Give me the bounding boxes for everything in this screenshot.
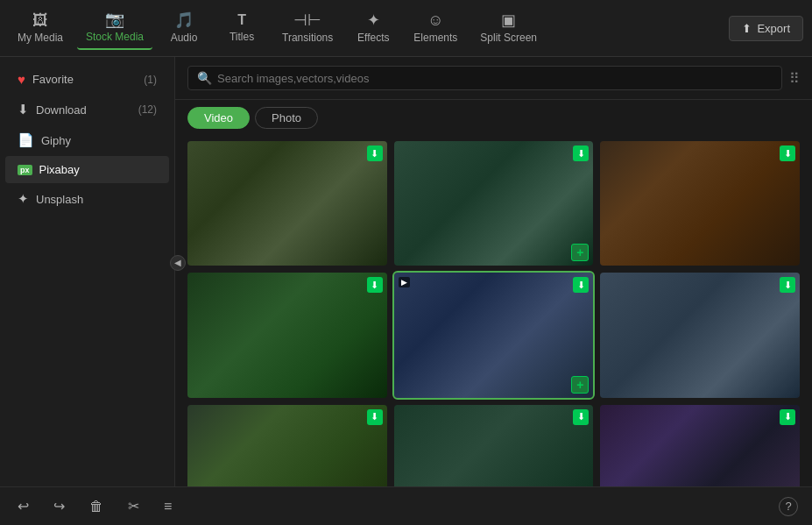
- thumb-overlay-3: ⬇: [600, 141, 800, 266]
- search-bar: 🔍 ⠿: [175, 57, 812, 100]
- thumb-top-1: ⬇: [192, 145, 383, 161]
- sidebar: ♥ Favorite (1) ⬇ Download (12) 📄 Giphy p…: [0, 57, 175, 486]
- sidebar-download-count: (12): [138, 103, 157, 116]
- nav-transitions-label: Transitions: [282, 32, 333, 44]
- sidebar-item-favorite[interactable]: ♥ Favorite (1): [5, 65, 169, 94]
- sidebar-favorite-count: (1): [144, 74, 157, 86]
- audio-icon: 🎵: [174, 12, 194, 28]
- export-icon: ⬆: [742, 22, 752, 35]
- sidebar-favorite-label: Favorite: [32, 73, 137, 86]
- redo-button[interactable]: ↪: [50, 494, 68, 518]
- thumb-overlay-4: ⬇: [187, 273, 387, 397]
- add-btn-2[interactable]: +: [571, 244, 589, 261]
- sidebar-collapse-button[interactable]: ◀: [170, 255, 186, 271]
- titles-icon: T: [237, 13, 246, 27]
- nav-stock-media-label: Stock Media: [86, 31, 144, 43]
- stock-media-icon: 📷: [105, 11, 124, 27]
- thumb-top-5: ▶ ⬇: [399, 277, 590, 293]
- media-thumb-5[interactable]: ▶ ⬇ +: [394, 273, 594, 397]
- search-icon: 🔍: [197, 71, 212, 85]
- top-nav: 🖼 My Media 📷 Stock Media 🎵 Audio T Title…: [0, 0, 812, 57]
- tab-video[interactable]: Video: [187, 107, 250, 129]
- media-thumb-6[interactable]: ⬇: [600, 273, 800, 397]
- sidebar-pixabay-label: Pixabay: [39, 163, 157, 176]
- tab-bar: Video Photo: [175, 100, 812, 136]
- thumb-top-7: ⬇: [192, 409, 383, 425]
- sidebar-download-label: Download: [36, 103, 131, 117]
- download-btn-9[interactable]: ⬇: [780, 409, 795, 425]
- delete-button[interactable]: 🗑: [86, 495, 107, 518]
- nav-titles-label: Titles: [229, 31, 254, 43]
- video-badge-5: ▶: [399, 277, 410, 287]
- media-thumb-4[interactable]: ⬇: [187, 273, 387, 397]
- thumb-overlay-5: ▶ ⬇ +: [394, 273, 594, 397]
- favorite-icon: ♥: [18, 72, 25, 87]
- nav-my-media-label: My Media: [18, 32, 63, 44]
- download-btn-5[interactable]: ⬇: [573, 277, 589, 293]
- media-thumb-7[interactable]: ⬇: [187, 405, 387, 486]
- nav-my-media[interactable]: 🖼 My Media: [9, 7, 72, 49]
- download-btn-7[interactable]: ⬇: [367, 409, 383, 425]
- media-thumb-1[interactable]: ⬇: [187, 141, 387, 266]
- transitions-icon: ⊣⊢: [293, 12, 321, 28]
- sidebar-item-giphy[interactable]: 📄 Giphy: [5, 125, 169, 155]
- sidebar-giphy-label: Giphy: [41, 134, 157, 147]
- download-btn-6[interactable]: ⬇: [780, 277, 795, 293]
- add-btn-5[interactable]: +: [571, 376, 589, 394]
- my-media-icon: 🖼: [32, 12, 48, 28]
- media-grid-wrapper: ⬇ ⬇ +: [175, 136, 812, 486]
- pixabay-icon: px: [18, 165, 32, 175]
- download-btn-8[interactable]: ⬇: [573, 409, 589, 425]
- tab-photo[interactable]: Photo: [255, 107, 318, 129]
- thumb-overlay-7: ⬇: [187, 405, 387, 486]
- giphy-icon: 📄: [18, 132, 34, 148]
- nav-audio-label: Audio: [171, 32, 198, 44]
- download-btn-2[interactable]: ⬇: [573, 145, 589, 161]
- split-screen-icon: ▣: [501, 12, 516, 28]
- grid-view-icon[interactable]: ⠿: [789, 70, 800, 87]
- download-btn-4[interactable]: ⬇: [367, 277, 383, 293]
- export-label: Export: [757, 22, 790, 35]
- nav-effects[interactable]: ✦ Effects: [347, 7, 399, 49]
- media-thumb-9[interactable]: ⬇: [600, 405, 800, 486]
- sidebar-item-download[interactable]: ⬇ Download (12): [5, 95, 169, 124]
- media-thumb-2[interactable]: ⬇ +: [394, 141, 594, 266]
- main-area: ♥ Favorite (1) ⬇ Download (12) 📄 Giphy p…: [0, 57, 812, 486]
- nav-stock-media[interactable]: 📷 Stock Media: [77, 6, 152, 50]
- download-btn-3[interactable]: ⬇: [780, 145, 795, 161]
- thumb-top-6: ⬇: [604, 277, 795, 293]
- media-grid: ⬇ ⬇ +: [187, 141, 800, 486]
- nav-effects-label: Effects: [357, 32, 389, 44]
- nav-transitions[interactable]: ⊣⊢ Transitions: [273, 7, 342, 49]
- help-button[interactable]: ?: [779, 497, 798, 516]
- nav-elements[interactable]: ☺ Elements: [405, 7, 466, 49]
- bottom-toolbar: ↩ ↪ 🗑 ✂ ≡ ?: [0, 486, 812, 525]
- sidebar-item-pixabay[interactable]: px Pixabay: [5, 156, 169, 183]
- media-thumb-8[interactable]: ⬇: [394, 405, 594, 486]
- export-button[interactable]: ⬆ Export: [729, 16, 803, 41]
- nav-split-screen[interactable]: ▣ Split Screen: [471, 7, 546, 49]
- nav-elements-label: Elements: [413, 32, 457, 44]
- sidebar-item-unsplash[interactable]: ✦ Unsplash: [5, 184, 169, 214]
- nav-audio[interactable]: 🎵 Audio: [158, 7, 210, 49]
- download-icon: ⬇: [18, 102, 29, 117]
- effects-icon: ✦: [367, 12, 380, 28]
- undo-button[interactable]: ↩: [14, 494, 32, 518]
- nav-titles[interactable]: T Titles: [215, 8, 268, 48]
- nav-split-screen-label: Split Screen: [480, 32, 537, 44]
- nav-items: 🖼 My Media 📷 Stock Media 🎵 Audio T Title…: [9, 6, 729, 50]
- thumb-overlay-6: ⬇: [600, 273, 800, 397]
- thumb-overlay-1: ⬇: [187, 141, 387, 266]
- content-area: 🔍 ⠿ Video Photo ⬇: [175, 57, 812, 486]
- thumb-overlay-8: ⬇: [394, 405, 594, 486]
- thumb-top-8: ⬇: [399, 409, 590, 425]
- thumb-overlay-2: ⬇ +: [394, 141, 594, 266]
- thumb-top-9: ⬇: [604, 409, 795, 425]
- media-thumb-3[interactable]: ⬇: [600, 141, 800, 266]
- download-btn-1[interactable]: ⬇: [367, 145, 383, 161]
- cut-button[interactable]: ✂: [124, 494, 143, 518]
- search-input[interactable]: [217, 72, 773, 85]
- thumb-top-3: ⬇: [604, 145, 795, 161]
- search-input-wrap: 🔍: [187, 66, 782, 90]
- list-button[interactable]: ≡: [160, 495, 175, 518]
